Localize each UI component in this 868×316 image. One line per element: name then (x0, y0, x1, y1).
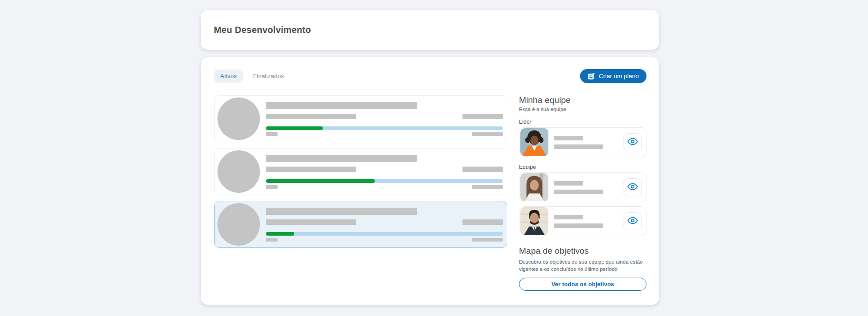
team-member-card-2 (519, 206, 646, 236)
view-all-objectives-button[interactable]: Ver todos os objetivos (519, 278, 646, 291)
member-skeleton-bars (554, 136, 603, 149)
skeleton-title-bar (266, 155, 417, 162)
skeleton-meta-bar (462, 219, 503, 225)
team-group-label: Equipe (519, 164, 646, 170)
plan-item-body (266, 96, 503, 142)
page-background: Meu Desenvolvimento Ativos Finalizados (0, 0, 868, 316)
skeleton-title-bar (266, 102, 417, 109)
tab-finalizados[interactable]: Finalizados (247, 70, 290, 83)
team-member-avatar-photo (520, 173, 548, 201)
tab-ativos[interactable]: Ativos (214, 70, 243, 83)
tab-bar: Ativos Finalizados (214, 70, 290, 83)
plan-progress-fill (266, 126, 323, 130)
create-plan-button[interactable]: Criar um plano (580, 69, 646, 83)
main-content-row: Minha equipe Essa é a sua equipe Líder (214, 95, 646, 291)
view-leader-button[interactable] (623, 133, 642, 151)
skeleton-mini-bar-right (472, 185, 503, 189)
plan-avatar-placeholder (217, 203, 260, 246)
plan-progress-fill (266, 179, 375, 183)
toolbar: Ativos Finalizados Criar um plano (214, 69, 646, 83)
leader-avatar-photo (520, 128, 548, 156)
member-skeleton-bars (554, 181, 603, 194)
objectives-title: Mapa de objetivos (519, 246, 646, 256)
view-member-1-button[interactable] (623, 178, 642, 196)
skeleton-mini-bar (266, 185, 278, 189)
eye-icon (627, 217, 638, 226)
plan-item-body (266, 201, 503, 247)
skeleton-role-bar (554, 190, 603, 194)
plan-progress-fill (266, 232, 294, 236)
content-container: Meu Desenvolvimento Ativos Finalizados (201, 10, 659, 305)
page-title: Meu Desenvolvimento (214, 25, 311, 35)
plan-avatar-placeholder (217, 150, 260, 193)
skeleton-name-bar (554, 215, 583, 219)
plan-item-body (266, 149, 503, 195)
plan-avatar-placeholder (217, 98, 260, 140)
plan-item-2[interactable] (214, 148, 507, 195)
skeleton-role-bar (554, 223, 603, 228)
skeleton-subtitle-bar (266, 219, 356, 225)
skeleton-name-bar (554, 136, 583, 140)
leader-card (519, 127, 646, 157)
development-panel-card: Ativos Finalizados Criar um plano (201, 57, 659, 305)
skeleton-role-bar (554, 144, 603, 149)
plan-progress-bar (266, 179, 503, 183)
skeleton-mini-bar-right (472, 238, 503, 242)
objectives-description: Descubra os objetivos de sua equipe que … (519, 258, 646, 273)
team-member-avatar-photo (520, 207, 548, 235)
page-header-card: Meu Desenvolvimento (201, 10, 659, 50)
team-panel-subtitle: Essa é a sua equipe (519, 107, 646, 112)
skeleton-mini-bar (266, 132, 278, 136)
leader-group-label: Líder (519, 119, 646, 125)
plan-progress-bar (266, 232, 503, 236)
skeleton-mini-bar (266, 238, 278, 242)
create-plan-button-label: Criar um plano (599, 73, 639, 79)
plan-item-3-selected[interactable] (214, 201, 507, 248)
plan-progress-bar (266, 126, 503, 130)
skeleton-meta-bar (462, 114, 503, 119)
skeleton-meta-bar (462, 167, 503, 172)
note-add-icon (588, 73, 595, 80)
plan-list (214, 95, 507, 291)
skeleton-subtitle-bar (266, 167, 356, 172)
plan-item-1[interactable] (214, 95, 507, 142)
skeleton-mini-bar-right (472, 132, 503, 136)
eye-icon (627, 138, 638, 147)
team-member-card-1 (519, 172, 646, 202)
team-panel-title: Minha equipe (519, 95, 646, 105)
view-member-2-button[interactable] (623, 212, 642, 230)
team-panel: Minha equipe Essa é a sua equipe Líder (519, 95, 646, 291)
eye-icon (627, 183, 638, 192)
member-skeleton-bars (554, 215, 603, 228)
skeleton-name-bar (554, 181, 583, 186)
skeleton-subtitle-bar (266, 114, 356, 119)
skeleton-title-bar (266, 208, 417, 215)
